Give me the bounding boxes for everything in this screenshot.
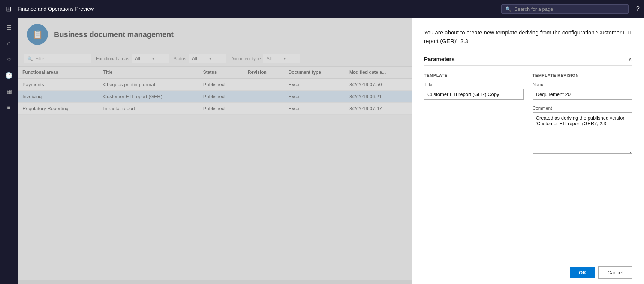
params-header: Parameters ∧: [424, 56, 632, 66]
sidebar-recent[interactable]: 🕐: [0, 69, 18, 82]
title-input[interactable]: [424, 89, 524, 100]
top-nav: ⊞ Finance and Operations Preview 🔍 ?: [0, 0, 644, 18]
app-title: Finance and Operations Preview: [18, 6, 94, 12]
title-label: Title: [424, 82, 524, 87]
template-revision-section: TEMPLATE REVISION Name Comment Created a…: [533, 73, 632, 161]
sidebar-favorites[interactable]: ☆: [0, 53, 18, 66]
sidebar-home[interactable]: ⌂: [0, 37, 18, 50]
sidebar: ☰ ⌂ ☆ 🕐 ▦ ≡: [0, 18, 18, 284]
grid-icon[interactable]: ⊞: [4, 3, 13, 15]
cancel-button[interactable]: Cancel: [598, 266, 632, 279]
ok-button[interactable]: OK: [570, 267, 595, 278]
dialog-description: You are about to create new template der…: [424, 28, 632, 45]
name-label: Name: [533, 82, 632, 87]
dialog-content: You are about to create new template der…: [412, 18, 644, 261]
template-revision-section-label: TEMPLATE REVISION: [533, 73, 632, 78]
search-input[interactable]: [514, 6, 625, 12]
sidebar-hamburger[interactable]: ☰: [0, 21, 18, 34]
comment-label: Comment: [533, 106, 632, 111]
dialog-panel: You are about to create new template der…: [412, 18, 644, 284]
params-title: Parameters: [424, 56, 455, 62]
params-collapse-icon[interactable]: ∧: [628, 56, 632, 62]
search-bar[interactable]: 🔍: [501, 4, 629, 14]
search-icon: 🔍: [505, 6, 511, 12]
params-grid: TEMPLATE Title TEMPLATE REVISION Name Co…: [424, 73, 632, 161]
help-icon[interactable]: ?: [636, 6, 640, 12]
main-layout: ☰ ⌂ ☆ 🕐 ▦ ≡ 📋 Business document manageme…: [0, 18, 644, 284]
comment-field-group: Comment Created as deriving the publishe…: [533, 106, 632, 155]
name-input[interactable]: [533, 89, 632, 100]
sidebar-dashboard[interactable]: ▦: [0, 85, 18, 98]
template-section-label: TEMPLATE: [424, 73, 524, 78]
dialog-footer: OK Cancel: [412, 261, 644, 284]
dim-overlay: [18, 18, 412, 284]
comment-textarea[interactable]: Created as deriving the published versio…: [533, 112, 632, 154]
title-field-group: Title: [424, 82, 524, 100]
sidebar-list[interactable]: ≡: [0, 101, 18, 114]
template-section: TEMPLATE Title: [424, 73, 524, 161]
content-area: 📋 Business document management 🔍 Functio…: [18, 18, 412, 284]
name-field-group: Name: [533, 82, 632, 100]
